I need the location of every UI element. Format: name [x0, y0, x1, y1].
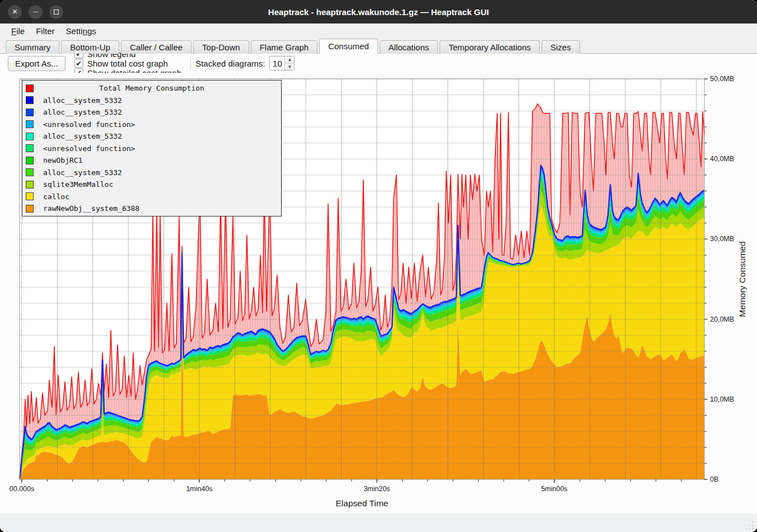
tab-top-down[interactable]: Top-Down: [193, 40, 249, 54]
tab-consumed[interactable]: Consumed: [319, 39, 378, 54]
legend-swatch: [26, 144, 34, 152]
spinner-down-button[interactable]: ▼: [285, 64, 294, 70]
legend-label: <unresolved function>: [43, 144, 135, 153]
menu-item-filter[interactable]: Filter: [30, 25, 60, 37]
legend-label: calloc: [43, 192, 69, 201]
legend-swatch: [26, 181, 34, 189]
resize-grip-icon[interactable]: [745, 520, 754, 529]
title-bar: ✕ ─ Heaptrack - heaptrack.wakunode.1.gz …: [0, 0, 757, 23]
legend-item: calloc: [22, 191, 281, 203]
chart-legend: Total Memory Consumptionalloc__system_53…: [22, 80, 282, 216]
y-tick-label: 0B: [710, 475, 718, 483]
menu-item-file[interactable]: File: [6, 25, 30, 37]
maximize-icon: [54, 10, 59, 15]
legend-item: <unresolved function>: [22, 143, 281, 155]
legend-item: <unresolved function>: [22, 119, 281, 131]
x-axis-label: Elapsed Time: [336, 498, 389, 508]
checkbox-icon: ✔: [74, 59, 83, 68]
legend-title-row: Total Memory Consumption: [22, 82, 281, 95]
y-tick-label: 30,0MB: [710, 235, 734, 243]
stacked-diagrams-label: Stacked diagrams:: [195, 59, 265, 68]
legend-swatch: [26, 120, 34, 128]
legend-item: newObjRC1: [22, 154, 281, 167]
legend-swatch: [26, 96, 34, 104]
legend-label: <unresolved function>: [43, 120, 135, 129]
menu-bar: FileFilterSettings: [0, 23, 757, 39]
spinner-up-button[interactable]: ▲: [285, 57, 294, 64]
x-tick-label: 00.000s: [10, 485, 34, 493]
app-window: ✕ ─ Heaptrack - heaptrack.wakunode.1.gz …: [0, 0, 757, 532]
minimize-button[interactable]: ─: [29, 5, 43, 19]
legend-label: alloc__system_5332: [43, 168, 122, 177]
y-tick-label: 50,0MB: [710, 75, 734, 83]
stacked-diagrams-spinner[interactable]: 10 ▲ ▼: [269, 56, 295, 70]
toolbar: Export As... ✔Show legend✔Show total cos…: [0, 54, 757, 73]
legend-label: alloc__system_5332: [43, 108, 122, 116]
y-tick-label: 40,0MB: [710, 155, 734, 163]
tab-caller-callee[interactable]: Caller / Callee: [121, 40, 191, 54]
tab-sizes[interactable]: Sizes: [541, 40, 580, 54]
checkbox-show-total-cost-graph[interactable]: ✔Show total cost graph: [74, 59, 181, 68]
tab-flame-graph[interactable]: Flame Graph: [251, 40, 318, 54]
status-strip: [0, 514, 757, 532]
close-button[interactable]: ✕: [8, 5, 22, 19]
stacked-diagrams-value: 10: [270, 57, 284, 70]
tab-summary[interactable]: Summary: [6, 40, 59, 54]
legend-item: alloc__system_5332: [22, 106, 281, 119]
legend-swatch: [26, 192, 34, 200]
legend-title: Total Memory Consumption: [22, 84, 281, 92]
export-as-button[interactable]: Export As...: [8, 56, 66, 71]
window-title: Heaptrack - heaptrack.wakunode.1.gz — He…: [0, 7, 757, 17]
close-icon: ✕: [12, 8, 17, 15]
legend-label: rawNewObj__system_6388: [43, 204, 139, 213]
y-tick-label: 20,0MB: [710, 316, 734, 323]
x-tick-label: 5min00s: [541, 485, 567, 493]
legend-label: alloc__system_5332: [43, 132, 122, 140]
legend-label: alloc__system_5332: [43, 96, 122, 105]
legend-swatch: [26, 109, 34, 116]
legend-swatch: [26, 157, 34, 164]
tab-bar: SummaryBottom-UpCaller / CalleeTop-DownF…: [0, 39, 757, 54]
y-tick-label: 10,0MB: [710, 396, 734, 403]
tab-bottom-up[interactable]: Bottom-Up: [61, 40, 119, 54]
legend-item: alloc__system_5332: [22, 167, 281, 179]
legend-swatch: [26, 133, 34, 140]
minimize-icon: ─: [33, 8, 38, 15]
legend-label: newObjRC1: [43, 156, 82, 164]
legend-item: alloc__system_5332: [22, 130, 281, 143]
tab-temporary-allocations[interactable]: Temporary Allocations: [440, 40, 540, 54]
x-tick-label: 3min20s: [363, 485, 390, 493]
legend-item: alloc__system_5332: [22, 95, 281, 107]
legend-swatch: [26, 168, 34, 176]
maximize-button[interactable]: [49, 5, 63, 19]
toolbar-separator: [190, 57, 191, 69]
legend-swatch: [26, 205, 34, 213]
x-tick-label: 1min40s: [186, 485, 212, 493]
tab-allocations[interactable]: Allocations: [380, 40, 438, 54]
consumed-chart-panel: 00.000s1min40s3min20s5min00s0B10,0MB20,0…: [0, 73, 757, 532]
legend-item: rawNewObj__system_6388: [22, 203, 281, 215]
checkbox-label: Show total cost graph: [87, 59, 168, 68]
y-axis-label: Memory Consumed: [737, 241, 747, 317]
menu-item-settings[interactable]: Settings: [60, 25, 102, 37]
legend-item: sqlite3MemMalloc: [22, 178, 281, 191]
legend-label: sqlite3MemMalloc: [43, 180, 113, 189]
